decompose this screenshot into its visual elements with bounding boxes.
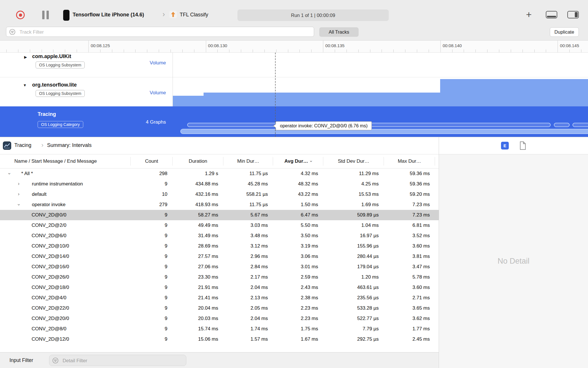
table-row-conv-2d-4-0[interactable]: CONV_2D@4/0921.41 ms2.13 ms2.38 ms235.56… (0, 293, 439, 303)
ruler-tick (206, 41, 206, 52)
table-row-conv-2d-8-0[interactable]: CONV_2D@8/0915.74 ms1.74 ms1.75 ms7.79 µ… (0, 324, 439, 334)
track-row-com-apple-uikit[interactable]: ▶ com.apple.UIKit OS Logging Subsystem V… (0, 53, 588, 77)
table-row-conv-2d-22-0[interactable]: CONV_2D@22/0920.04 ms2.05 ms2.23 ms533.2… (0, 303, 439, 313)
row-name: CONV_2D@12/0 (32, 336, 69, 342)
breadcrumb-instrument[interactable]: Tracing (14, 142, 31, 148)
row-value: 9 (131, 251, 173, 262)
chevron-down-icon[interactable]: › (13, 203, 24, 207)
row-value: 298 (131, 168, 173, 179)
table-row-conv-2d-20-0[interactable]: CONV_2D@20/0920.03 ms2.04 ms2.23 ms522.7… (0, 313, 439, 324)
track-filter-input[interactable] (6, 27, 314, 37)
target-app-icon (169, 11, 177, 18)
interval-bar[interactable] (180, 129, 588, 134)
row-name-cell: CONV_2D@4/0 (0, 293, 131, 303)
table-row-conv-2d-18-0[interactable]: CONV_2D@18/0921.91 ms2.04 ms2.43 ms463.6… (0, 282, 439, 293)
detail-filter-input[interactable] (49, 355, 186, 366)
row-value: 3.19 ms (273, 241, 323, 251)
row-name: default (32, 191, 47, 197)
row-value: 5.50 ms (273, 220, 323, 231)
disclosure-collapsed-icon[interactable]: ▶ (24, 55, 27, 59)
document-icon[interactable] (519, 141, 526, 150)
row-value: 1.20 ms (323, 272, 384, 282)
row-value: 3.01 ms (273, 262, 323, 272)
table-row-default[interactable]: ›default10432.16 ms558.21 µs43.22 ms15.5… (0, 189, 439, 200)
ruler-time-label: 00:08.140 (443, 43, 462, 48)
run-status-display: Run 1 of 1 | 00:00:09 (237, 9, 389, 21)
chevron-right-icon[interactable]: › (17, 189, 21, 200)
column-header-name-start-message-end-message[interactable]: Name / Start Message / End Message (0, 154, 131, 168)
ruler-tick (276, 49, 276, 52)
row-name: * All * (21, 171, 33, 176)
table-row-runtime-instrumentation[interactable]: ›runtime instrumentation9434.88 ms45.28 … (0, 179, 439, 189)
row-value: 9 (131, 210, 173, 220)
row-value: 9 (131, 231, 173, 241)
row-value: 11.75 µs (223, 168, 273, 179)
row-value: 31.49 ms (173, 231, 223, 241)
ruler-tick (217, 49, 218, 52)
column-header-max-dur[interactable]: Max Dur… (384, 154, 435, 168)
row-value: 7.23 ms (384, 200, 435, 210)
tracing-instrument-icon (3, 141, 11, 150)
ruler-tick (429, 49, 429, 52)
breadcrumb-page[interactable]: Summary: Intervals (47, 142, 92, 148)
table-row-conv-2d-26-0[interactable]: CONV_2D@26/0923.30 ms2.17 ms2.59 ms1.20 … (0, 272, 439, 282)
row-name-cell: CONV_2D@26/0 (0, 272, 131, 282)
column-header-std-dev-dur[interactable]: Std Dev Dur… (323, 154, 384, 168)
ruler-tick (558, 41, 558, 52)
row-name-cell: CONV_2D@10/0 (0, 241, 131, 251)
add-instrument-button[interactable]: + (526, 9, 532, 20)
table-row-conv-2d-14-0[interactable]: CONV_2D@14/0927.57 ms2.96 ms3.06 ms280.4… (0, 251, 439, 262)
column-header-min-dur[interactable]: Min Dur… (223, 154, 273, 168)
summary-table-body: ›* All *2981.29 s11.75 µs4.32 ms11.29 ms… (0, 168, 439, 344)
table-row-conv-2d-0-0[interactable]: CONV_2D@0/0958.27 ms5.67 ms6.47 ms509.89… (0, 210, 439, 220)
row-value: 235.56 µs (323, 293, 384, 303)
row-value: 1.74 ms (223, 324, 273, 334)
chevron-right-icon[interactable]: › (17, 179, 21, 189)
row-value: 59.20 ms (384, 189, 435, 200)
ruler-tick (194, 49, 194, 52)
toggle-inspector-button[interactable] (566, 10, 580, 19)
ruler-tick (100, 49, 100, 52)
row-name: CONV_2D@22/0 (32, 305, 69, 311)
detail-pane: Tracing › Summary: Intervals Name / Star… (0, 137, 588, 368)
table-row-conv-2d-2-0[interactable]: CONV_2D@2/0949.49 ms3.03 ms5.50 ms1.04 m… (0, 220, 439, 231)
row-value: 9 (131, 241, 173, 251)
row-name: runtime instrumentation (32, 181, 83, 187)
row-value: 9 (131, 282, 173, 293)
interval-bar[interactable] (554, 123, 570, 127)
column-header-duration[interactable]: Duration (173, 154, 223, 168)
table-row-conv-2d-6-0[interactable]: CONV_2D@6/0931.49 ms3.48 ms3.50 ms16.97 … (0, 231, 439, 241)
sort-direction-chevron-icon: › (304, 160, 318, 162)
column-header-avg-dur[interactable]: Avg Dur…› (273, 154, 323, 168)
column-header-count[interactable]: Count (131, 154, 173, 168)
chevron-down-icon[interactable]: › (4, 172, 14, 176)
detail-filter-field[interactable] (62, 355, 184, 366)
target-selector[interactable]: TFL Classify (180, 12, 208, 18)
chevron-right-icon: › (41, 141, 43, 149)
table-row-operator-invoke[interactable]: ›operator invoke279418.93 ms11.75 µs1.50… (0, 200, 439, 210)
row-name-cell: CONV_2D@16/0 (0, 262, 131, 272)
extended-detail-button[interactable]: E (501, 142, 509, 150)
interval-bar[interactable] (572, 123, 588, 127)
toggle-detail-pane-button[interactable] (545, 10, 558, 19)
row-value: 58.27 ms (173, 210, 223, 220)
row-name-cell: ›runtime instrumentation (0, 179, 131, 189)
ruler-tick (546, 49, 546, 52)
column-header-label: Min Dur… (237, 158, 259, 164)
timeline-ruler[interactable]: 00:08.12500:08.13000:08.13500:08.14000:0… (0, 41, 588, 53)
table-row-conv-2d-10-0[interactable]: CONV_2D@10/0928.69 ms3.12 ms3.19 ms155.9… (0, 241, 439, 251)
detail-breadcrumb-bar: Tracing › Summary: Intervals (0, 137, 439, 154)
disclosure-expanded-icon[interactable]: ▼ (23, 83, 27, 87)
table-row-all[interactable]: ›* All *2981.29 s11.75 µs4.32 ms11.29 ms… (0, 168, 439, 179)
table-row-conv-2d-16-0[interactable]: CONV_2D@16/0927.06 ms2.84 ms3.01 ms179.0… (0, 262, 439, 272)
track-filter-field[interactable] (19, 27, 307, 37)
pause-button[interactable] (42, 11, 49, 19)
duplicate-button[interactable]: Duplicate (550, 27, 579, 37)
all-tracks-button[interactable]: All Tracks (319, 27, 359, 37)
track-row-org-tensorflow-lite[interactable]: ▼ org.tensorflow.lite OS Logging Subsyst… (0, 77, 588, 106)
ruler-tick (6, 49, 7, 52)
table-row-conv-2d-12-0[interactable]: CONV_2D@12/0915.06 ms1.57 ms1.67 ms292.7… (0, 334, 439, 344)
record-button[interactable] (16, 11, 25, 19)
device-selector[interactable]: Tensorflow Lite iPhone (14.6) (73, 12, 144, 18)
row-value: 20.04 ms (173, 303, 223, 313)
